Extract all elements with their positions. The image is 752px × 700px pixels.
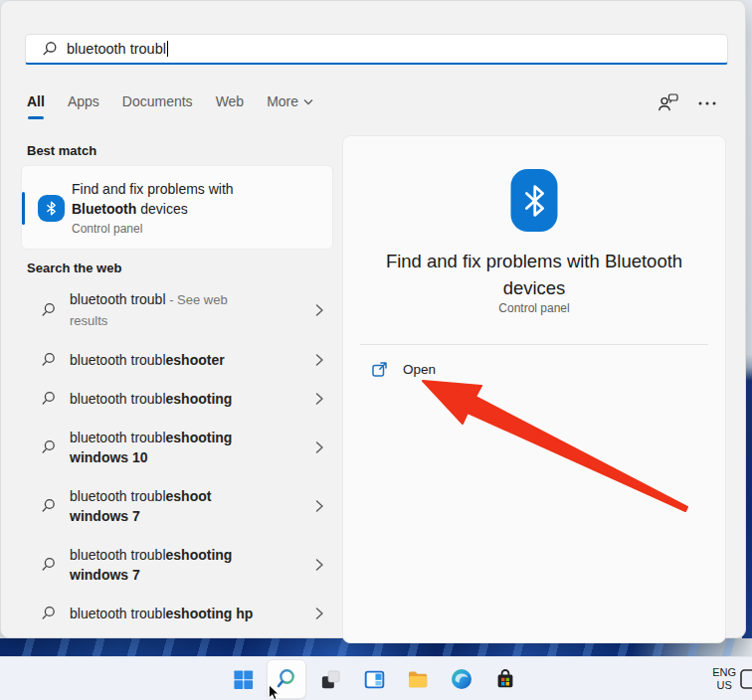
tab-apps[interactable]: Apps bbox=[68, 93, 99, 119]
selection-accent-bar bbox=[22, 192, 25, 225]
language-indicator[interactable]: ENG US bbox=[712, 666, 736, 692]
start-button[interactable] bbox=[223, 659, 263, 699]
preview-title: Find and fix problems with Bluetooth dev… bbox=[370, 248, 698, 301]
best-match-subtitle: Control panel bbox=[72, 222, 281, 236]
tab-documents[interactable]: Documents bbox=[122, 93, 193, 119]
taskbar-search-icon bbox=[275, 667, 298, 691]
widgets-icon bbox=[363, 668, 386, 691]
suggestion-text: bluetooth troubleshooting windows 10 bbox=[70, 428, 269, 467]
chevron-right-icon bbox=[313, 558, 325, 572]
search-filter-tabs: All Apps Documents Web More bbox=[27, 93, 313, 119]
file-explorer-button[interactable] bbox=[398, 659, 438, 699]
preview-subtitle: Control panel bbox=[343, 301, 725, 315]
microsoft-store-button[interactable] bbox=[485, 659, 525, 699]
search-icon bbox=[41, 439, 57, 455]
web-suggestion-row[interactable]: bluetooth troubl - See web results bbox=[21, 280, 333, 340]
suggestion-text: bluetooth troubleshooting windows 7 bbox=[70, 545, 269, 585]
search-icon bbox=[41, 557, 57, 573]
search-icon bbox=[42, 41, 58, 57]
suggestion-text: bluetooth troubleshoot windows 7 bbox=[70, 486, 269, 526]
task-view-button[interactable] bbox=[310, 659, 350, 699]
search-web-heading: Search the web bbox=[27, 261, 121, 275]
search-icon bbox=[41, 606, 57, 621]
edge-icon bbox=[450, 667, 473, 691]
chevron-down-icon bbox=[303, 98, 313, 105]
windows-start-icon bbox=[232, 668, 255, 691]
more-options-icon[interactable] bbox=[697, 93, 717, 111]
search-icon bbox=[41, 302, 57, 318]
task-view-icon bbox=[319, 668, 342, 691]
edge-browser-button[interactable] bbox=[442, 659, 481, 699]
divider bbox=[360, 344, 708, 345]
open-action[interactable]: Open bbox=[371, 361, 436, 378]
chevron-right-icon bbox=[313, 607, 325, 620]
chevron-right-icon bbox=[313, 440, 325, 454]
chevron-right-icon bbox=[313, 353, 325, 367]
search-query-text: bluetooth troubl bbox=[67, 41, 166, 57]
search-icon bbox=[41, 498, 57, 514]
suggestion-text: bluetooth troubleshooter bbox=[70, 350, 269, 370]
web-suggestion-row[interactable]: bluetooth troubleshooter bbox=[21, 341, 333, 379]
tab-web[interactable]: Web bbox=[216, 93, 245, 119]
widgets-button[interactable] bbox=[354, 659, 394, 699]
search-input[interactable]: bluetooth troubl bbox=[25, 34, 728, 65]
web-suggestions-list: bluetooth troubl - See web results bluet… bbox=[21, 280, 333, 633]
suggestion-text: bluetooth troubleshooting bbox=[70, 389, 269, 409]
web-suggestion-row[interactable]: bluetooth troubleshooting bbox=[21, 380, 333, 418]
best-match-heading: Best match bbox=[27, 143, 96, 158]
web-suggestion-row[interactable]: bluetooth troubleshooting hp bbox=[21, 595, 333, 632]
taskbar-search-button[interactable] bbox=[267, 659, 306, 699]
taskbar: ENG US bbox=[0, 656, 752, 700]
web-suggestion-row[interactable]: bluetooth troubleshooting windows 10 bbox=[21, 419, 333, 476]
tab-more[interactable]: More bbox=[267, 93, 313, 119]
suggestion-text: bluetooth troubleshooting hp bbox=[70, 604, 269, 623]
bluetooth-icon bbox=[38, 195, 65, 222]
best-match-title: Find and fix problems with Bluetooth dev… bbox=[72, 179, 271, 219]
windows-search-flyout: bluetooth troubl All Apps Documents Web … bbox=[0, 0, 746, 638]
chevron-right-icon bbox=[313, 499, 325, 513]
search-icon bbox=[41, 352, 57, 368]
chevron-right-icon bbox=[313, 303, 325, 317]
account-options-icon[interactable] bbox=[658, 93, 679, 111]
touch-keyboard-icon[interactable] bbox=[740, 665, 752, 693]
external-link-icon bbox=[371, 361, 388, 378]
result-preview-panel: Find and fix problems with Bluetooth dev… bbox=[342, 135, 726, 643]
suggestion-text: bluetooth troubl - See web results bbox=[70, 289, 269, 331]
file-explorer-icon bbox=[406, 667, 430, 691]
desktop-screen: bluetooth troubl All Apps Documents Web … bbox=[0, 0, 752, 700]
best-match-result[interactable]: Find and fix problems with Bluetooth dev… bbox=[21, 165, 333, 250]
tab-all[interactable]: All bbox=[27, 93, 45, 119]
bluetooth-icon bbox=[511, 169, 558, 232]
open-label: Open bbox=[403, 362, 436, 377]
search-icon bbox=[41, 391, 57, 407]
web-suggestion-row[interactable]: bluetooth troubleshooting windows 7 bbox=[21, 536, 333, 594]
web-suggestion-row[interactable]: bluetooth troubleshoot windows 7 bbox=[21, 477, 333, 535]
text-caret bbox=[167, 41, 168, 57]
store-icon bbox=[493, 667, 517, 691]
chevron-right-icon bbox=[313, 392, 325, 406]
